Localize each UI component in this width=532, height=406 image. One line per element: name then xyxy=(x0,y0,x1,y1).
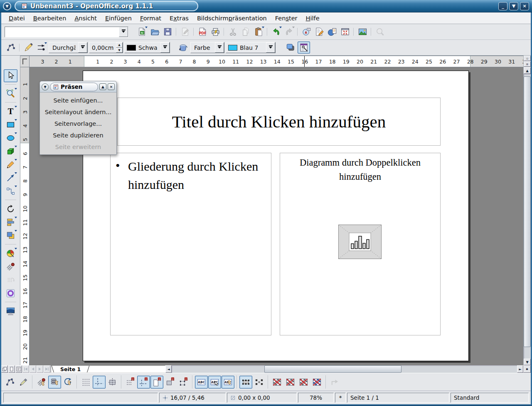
url-dropdown-button[interactable] xyxy=(119,27,128,37)
line-width-spinner[interactable]: 0,00cm ▲ ▼ xyxy=(89,42,123,53)
line-contour-icon[interactable] xyxy=(310,376,323,389)
3d-objects-icon[interactable] xyxy=(4,145,17,158)
large-handles-icon[interactable] xyxy=(253,376,266,389)
area-style-icon[interactable] xyxy=(177,42,189,54)
paste-icon[interactable] xyxy=(252,26,265,38)
undo-icon[interactable] xyxy=(270,26,282,38)
palette-item-seitenlayout-ändern[interactable]: Seitenlayout ändern... xyxy=(40,106,116,118)
snap-to-page-margins-icon[interactable] xyxy=(150,376,163,389)
print-file-icon[interactable] xyxy=(209,26,222,38)
hyperlink-icon[interactable] xyxy=(300,26,313,38)
open-document-icon[interactable] xyxy=(148,26,161,38)
navigator-icon[interactable] xyxy=(326,26,338,38)
scroll-down-button[interactable]: ▼ xyxy=(524,359,531,365)
arrange-icon[interactable] xyxy=(4,229,17,242)
menu-datei[interactable]: Datei xyxy=(5,14,29,23)
snap-to-snap-lines-icon[interactable] xyxy=(137,376,150,389)
insert-object-icon[interactable] xyxy=(4,247,17,260)
status-style-field[interactable]: Standard xyxy=(451,393,529,403)
lines-arrows-icon[interactable] xyxy=(4,171,17,184)
slide-show-icon[interactable] xyxy=(4,305,17,318)
edit-points-mode-icon[interactable] xyxy=(4,376,17,389)
fill-type-dropdown[interactable] xyxy=(215,42,224,53)
3d-controller-icon[interactable] xyxy=(4,287,17,300)
rotate-icon[interactable] xyxy=(4,203,17,215)
window-menu-button[interactable]: ▼ xyxy=(3,2,11,10)
fill-color-dropdown[interactable] xyxy=(266,42,275,53)
ruler-options-button[interactable]: ≡ xyxy=(524,61,531,67)
export-pdf-icon[interactable] xyxy=(196,26,209,38)
vertical-scroll-track[interactable] xyxy=(524,74,531,359)
minimize-button[interactable]: _ xyxy=(498,2,507,10)
helplines-while-moving-icon[interactable] xyxy=(106,376,119,389)
arrow-style-icon[interactable] xyxy=(35,42,47,54)
chart-placeholder[interactable]: Diagramm durch Doppelklicken hinzufügen xyxy=(280,153,441,335)
ruler-origin-corner[interactable] xyxy=(20,56,30,67)
scroll-right-button[interactable]: ► xyxy=(517,365,523,373)
palette-item-seite-duplizieren[interactable]: Seite duplizieren xyxy=(40,130,116,141)
line-color-dropdown[interactable] xyxy=(160,42,170,53)
menu-bearbeiten[interactable]: Bearbeiten xyxy=(29,14,71,23)
zoom-icon[interactable] xyxy=(339,26,351,38)
contour-mode-icon[interactable] xyxy=(284,376,297,389)
text-tool-icon[interactable] xyxy=(4,105,17,118)
show-snap-lines-icon[interactable] xyxy=(93,376,106,389)
show-grid-icon[interactable] xyxy=(79,376,92,389)
status-size-field[interactable]: 0,00 x 0,00 xyxy=(227,393,297,403)
snap-to-grid-icon[interactable] xyxy=(124,376,137,389)
quick-editing-icon[interactable] xyxy=(195,376,208,389)
presentation-box-icon[interactable] xyxy=(298,42,310,54)
horizontal-ruler[interactable]: 3211234567891011121314151617181920212223… xyxy=(30,56,523,67)
picture-placeholder-icon[interactable] xyxy=(271,376,283,389)
palette-close-button[interactable]: × xyxy=(108,83,115,90)
fill-type-combo[interactable]: Farbe xyxy=(190,42,224,53)
url-input[interactable] xyxy=(5,27,119,37)
split-window-button[interactable]: ▫ xyxy=(524,56,531,61)
palette-menu-button[interactable]: ▼ xyxy=(42,83,49,90)
select-text-area-only-icon[interactable] xyxy=(208,376,221,389)
ellipse-tool-icon[interactable] xyxy=(4,132,17,144)
line-icon[interactable] xyxy=(22,42,34,54)
slide-page[interactable]: Titel durch Klicken hinzufügen • Glieder… xyxy=(83,71,469,361)
double-click-to-edit-text-icon[interactable] xyxy=(222,376,234,389)
outline-placeholder[interactable]: • Gliederung durch Klicken hinzufügen xyxy=(110,153,271,335)
drawing-view-button[interactable] xyxy=(1,365,8,373)
vertical-ruler[interactable]: 123456789101112131415161718192021 xyxy=(20,67,30,365)
line-width-down-button[interactable]: ▼ xyxy=(116,48,123,53)
vertical-scroll-thumb[interactable] xyxy=(524,76,531,347)
outline-view-button[interactable] xyxy=(8,365,15,373)
fill-color-combo[interactable]: Blau 7 xyxy=(226,42,276,53)
rectangle-tool-icon[interactable] xyxy=(4,118,17,131)
palette-item-seitenvorlage[interactable]: Seitenvorlage... xyxy=(40,118,116,130)
url-combobox[interactable] xyxy=(5,27,128,37)
connector-tool-icon[interactable] xyxy=(4,185,17,198)
horizontal-scrollbar[interactable]: ◄ ► xyxy=(165,365,523,373)
document-canvas[interactable]: Titel durch Klicken hinzufügen • Glieder… xyxy=(30,67,523,365)
snap-to-object-points-icon[interactable] xyxy=(177,376,190,389)
new-document-icon[interactable] xyxy=(135,26,148,38)
status-zoom-field[interactable]: 78% xyxy=(298,393,334,403)
menu-fenster[interactable]: Fenster xyxy=(271,14,302,23)
animation-effects-icon[interactable] xyxy=(4,260,17,273)
horizontal-scroll-thumb[interactable] xyxy=(264,365,401,373)
select-icon[interactable] xyxy=(4,69,17,82)
line-color-combo[interactable]: Schwa xyxy=(124,42,170,53)
palette-item-seite-einfügen[interactable]: Seite einfügen... xyxy=(40,95,116,106)
edit-points-icon[interactable] xyxy=(5,42,17,54)
menu-hilfe[interactable]: Hilfe xyxy=(302,14,324,23)
menu-extras[interactable]: Extras xyxy=(165,14,193,23)
alignment-icon[interactable] xyxy=(4,216,17,229)
shade-button[interactable]: ▼ xyxy=(509,2,518,10)
status-page-field[interactable]: Seite 1 / 1 xyxy=(347,393,449,403)
palette-titlebar[interactable]: ▼ Präsen ▲ × xyxy=(40,81,116,93)
scrollbar-corner-button[interactable]: ◆ xyxy=(523,365,531,373)
zoom-tool-icon[interactable] xyxy=(4,87,17,100)
spellcheck-icon[interactable] xyxy=(313,26,325,38)
chart-placeholder-icon[interactable] xyxy=(338,225,382,259)
status-position-field[interactable]: 16,07 / 5,46 xyxy=(159,393,226,403)
glue-points-mode-icon[interactable] xyxy=(17,376,30,389)
text-placeholder-icon[interactable] xyxy=(297,376,310,389)
menu-einfügen[interactable]: Einfügen xyxy=(101,14,136,23)
allow-effects-icon[interactable] xyxy=(35,376,48,389)
shadow-icon[interactable] xyxy=(284,42,296,54)
